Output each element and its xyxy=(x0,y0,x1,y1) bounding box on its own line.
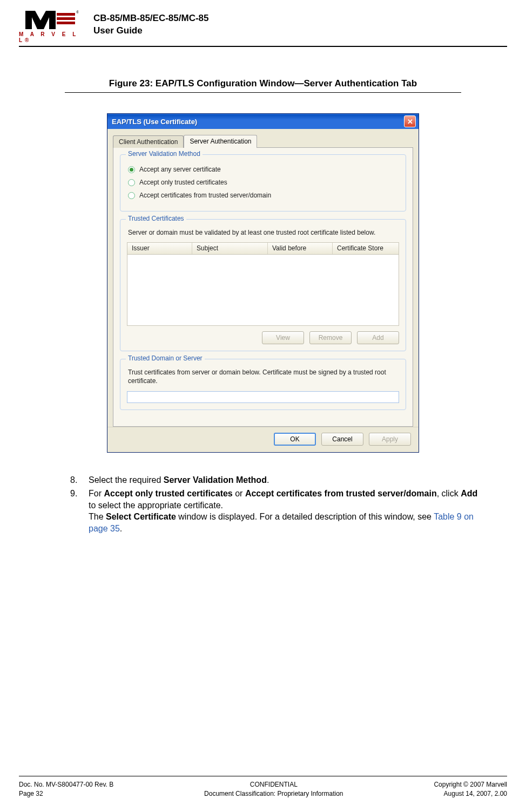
logo-text: M A R V E L L® xyxy=(19,31,84,43)
col-issuer[interactable]: Issuer xyxy=(127,243,192,254)
group-trusted-domain: Trusted Domain or Server Trust certifica… xyxy=(120,359,406,410)
group-trusted-certs: Trusted Certificates Server or domain mu… xyxy=(120,219,406,351)
svg-text:®: ® xyxy=(76,10,78,15)
step-body: For Accept only trusted certificates or … xyxy=(89,488,480,534)
instruction-steps: 8. Select the required Server Validation… xyxy=(70,474,480,535)
col-subject[interactable]: Subject xyxy=(192,243,268,254)
group-legend-trusted-domain: Trusted Domain or Server xyxy=(126,354,205,362)
radio-icon xyxy=(128,192,135,199)
titlebar[interactable]: EAP/TLS (Use Certificate) ✕ xyxy=(107,114,419,129)
header-rule xyxy=(19,46,507,47)
step-number: 9. xyxy=(70,488,89,534)
dialog-button-bar: OK Cancel Apply xyxy=(107,427,419,452)
cert-list[interactable]: Issuer Subject Valid before Certificate … xyxy=(127,242,399,326)
footer-left: Doc. No. MV-S800477-00 Rev. B Page 32 xyxy=(19,780,113,799)
col-valid[interactable]: Valid before xyxy=(268,243,333,254)
tab-panel-server-auth: Server Validation Method Accept any serv… xyxy=(113,147,413,427)
tab-strip: Client Authentication Server Authenticat… xyxy=(107,129,419,147)
eap-tls-window: EAP/TLS (Use Certificate) ✕ Client Authe… xyxy=(107,113,419,453)
trusted-certs-note: Server or domain must be validated by at… xyxy=(128,228,399,237)
step-8: 8. Select the required Server Validation… xyxy=(70,474,480,486)
group-server-validation: Server Validation Method Accept any serv… xyxy=(120,154,406,211)
tab-server-auth[interactable]: Server Authentication xyxy=(184,135,257,148)
close-icon[interactable]: ✕ xyxy=(404,115,416,127)
trusted-domain-note: Trust certificates from server or domain… xyxy=(128,368,399,385)
radio-accept-trusted[interactable]: Accept only trusted certificates xyxy=(128,179,399,186)
step-number: 8. xyxy=(70,474,89,486)
radio-label: Accept certificates from trusted server/… xyxy=(139,192,271,199)
figure-caption: Figure 23: EAP/TLS Configuration Window—… xyxy=(0,78,526,89)
marvell-logo: ® M A R V E L L® xyxy=(19,10,84,39)
cancel-button[interactable]: Cancel xyxy=(321,433,363,446)
add-button[interactable]: Add xyxy=(357,331,399,344)
svg-rect-1 xyxy=(57,13,75,16)
cert-list-header: Issuer Subject Valid before Certificate … xyxy=(127,243,399,255)
svg-rect-3 xyxy=(57,22,75,24)
svg-rect-2 xyxy=(57,17,75,20)
col-store[interactable]: Certificate Store xyxy=(333,243,399,254)
radio-label: Accept only trusted certificates xyxy=(139,179,227,186)
document-title: CB-85/MB-85/EC-85/MC-85 User Guide xyxy=(93,12,209,37)
group-legend-trusted-certs: Trusted Certificates xyxy=(126,215,186,222)
radio-icon xyxy=(128,166,135,173)
tab-client-auth[interactable]: Client Authentication xyxy=(113,135,184,148)
step-body: Select the required Server Validation Me… xyxy=(89,474,480,486)
ok-button[interactable]: OK xyxy=(274,433,316,446)
radio-accept-any[interactable]: Accept any server certificate xyxy=(128,166,399,173)
remove-button[interactable]: Remove xyxy=(309,331,352,344)
apply-button[interactable]: Apply xyxy=(369,433,411,446)
group-legend-validation: Server Validation Method xyxy=(126,150,203,158)
cert-button-row: View Remove Add xyxy=(127,331,399,344)
figure-rule xyxy=(65,92,461,93)
radio-label: Accept any server certificate xyxy=(139,166,221,173)
footer-center: CONFIDENTIAL Document Classification: Pr… xyxy=(204,780,343,799)
radio-icon xyxy=(128,179,135,186)
footer-rule xyxy=(19,776,507,776)
view-button[interactable]: View xyxy=(262,331,304,344)
window-title: EAP/TLS (Use Certificate) xyxy=(112,118,197,126)
page-footer: Doc. No. MV-S800477-00 Rev. B Page 32 CO… xyxy=(19,780,507,799)
step-9: 9. For Accept only trusted certificates … xyxy=(70,488,480,534)
footer-right: Copyright © 2007 Marvell August 14, 2007… xyxy=(434,780,507,799)
trusted-domain-input[interactable] xyxy=(127,391,399,403)
radio-accept-domain[interactable]: Accept certificates from trusted server/… xyxy=(128,192,399,199)
